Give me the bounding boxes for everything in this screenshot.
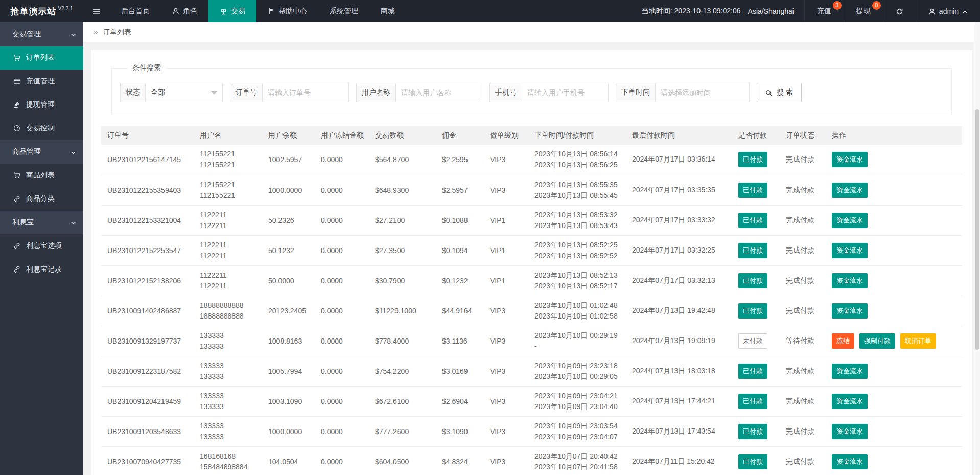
- top-menu-item[interactable]: 商城: [369, 0, 406, 22]
- cell-frozen: 0.0000: [315, 145, 369, 175]
- cell-frozen: 0.0000: [315, 175, 369, 205]
- cell-order-pay-time: 2023年10月09日 23:03:542023年10月09日 23:04:07: [528, 416, 626, 446]
- sidebar-item[interactable]: 提现管理: [0, 93, 83, 117]
- row-action-button[interactable]: 取消订单: [900, 333, 936, 349]
- cell-balance: 20123.2405: [262, 296, 315, 326]
- sidebar-group-header[interactable]: 商品管理: [0, 140, 83, 164]
- cell-commission: $2.6904: [436, 386, 484, 416]
- sidebar-item-label: 商品列表: [26, 171, 55, 180]
- sidebar-item[interactable]: 商品分类: [0, 187, 83, 211]
- cell-level: VIP3: [484, 296, 528, 326]
- sidebar-item-label: 交易控制: [26, 124, 55, 133]
- cell-order-no: UB2310091204219459: [101, 386, 194, 416]
- column-header: 最后付款时间: [626, 126, 732, 145]
- cell-status: 完成付款: [780, 175, 826, 205]
- table-row: UB2310122153321004 11222111122211 50.232…: [101, 205, 962, 235]
- order-no-input[interactable]: [262, 83, 349, 102]
- search-button[interactable]: 搜 索: [757, 83, 802, 102]
- row-action-button[interactable]: 资金流水: [832, 273, 868, 288]
- local-time: 当地时间: 2023-10-13 09:02:06 Asia/Shanghai: [632, 0, 804, 22]
- row-action-button[interactable]: 资金流水: [832, 243, 868, 258]
- row-action-button[interactable]: 资金流水: [832, 303, 868, 319]
- search-panel-legend: 条件搜索: [127, 63, 166, 73]
- row-action-button[interactable]: 资金流水: [832, 424, 868, 439]
- row-action-button[interactable]: 资金流水: [832, 364, 868, 379]
- refresh-button[interactable]: [883, 0, 916, 22]
- sidebar-group-header[interactable]: 利息宝: [0, 211, 83, 234]
- top-menu-item[interactable]: 帮助中心: [256, 0, 318, 22]
- search-button-label: 搜 索: [777, 88, 793, 97]
- status-field: 状态 全部: [120, 83, 223, 102]
- sidebar-item[interactable]: 交易控制: [0, 117, 83, 140]
- cell-paid: 已付款: [732, 175, 780, 205]
- top-menu-item[interactable]: 角色: [161, 0, 208, 22]
- sidebar-item[interactable]: 商品列表: [0, 164, 83, 187]
- cell-status: 完成付款: [780, 416, 826, 446]
- cell-last-pay-time: 2024年07月17日 03:32:25: [626, 235, 732, 265]
- shortcut-button[interactable]: 充值 3: [804, 0, 844, 22]
- paid-badge: 已付款: [738, 243, 767, 258]
- cell-balance: 1000.0000: [262, 175, 315, 205]
- row-action-button[interactable]: 强制付款: [859, 333, 895, 349]
- row-action-button[interactable]: 资金流水: [832, 152, 868, 167]
- cell-status: 完成付款: [780, 265, 826, 296]
- sidebar-group-items: 利息宝选项 利息宝记录: [0, 234, 83, 281]
- cell-order-pay-time: 2023年10月10日 00:29:19-: [528, 326, 626, 356]
- cell-amount: $27.2100: [369, 205, 436, 235]
- row-action-button[interactable]: 资金流水: [832, 394, 868, 409]
- cell-username: 133333133333: [194, 386, 262, 416]
- row-action-button[interactable]: 冻结: [832, 333, 854, 349]
- cell-username: 11222111122211: [194, 205, 262, 235]
- column-header: 佣金: [436, 126, 484, 145]
- shortcut-button[interactable]: 提现 0: [844, 0, 883, 22]
- order-time-input[interactable]: [655, 83, 750, 102]
- phone-input[interactable]: [522, 83, 609, 102]
- cell-order-pay-time: 2023年10月10日 01:02:482023年10月10日 01:02:58: [528, 296, 626, 326]
- cell-paid: 已付款: [732, 416, 780, 446]
- app-title: 抢单演示站: [11, 6, 57, 17]
- cell-order-no: UB2310122152138206: [101, 265, 194, 296]
- content-panel: 条件搜索 状态 全部 订单号 用户名称: [91, 50, 972, 475]
- username-input[interactable]: [395, 83, 482, 102]
- top-menu-item[interactable]: 交易: [208, 0, 256, 22]
- top-menu-item-label: 角色: [183, 7, 197, 16]
- sidebar-item[interactable]: 充值管理: [0, 70, 83, 93]
- top-menu-item-icon: [268, 8, 275, 15]
- cell-frozen: 0.0000: [315, 296, 369, 326]
- top-menu-item[interactable]: 系统管理: [318, 0, 369, 22]
- cell-commission: $0.1088: [436, 205, 484, 235]
- paid-badge: 已付款: [738, 303, 767, 319]
- cell-order-no: UB2310122153321004: [101, 205, 194, 235]
- sidebar-item-label: 利息宝选项: [26, 241, 62, 251]
- cell-order-no: UB2310091329197737: [101, 326, 194, 356]
- sidebar-toggle-button[interactable]: [83, 0, 110, 22]
- cell-status: 完成付款: [780, 386, 826, 416]
- sidebar-item-icon: [12, 195, 21, 202]
- user-menu[interactable]: admin: [916, 0, 980, 22]
- shortcut-label: 提现: [856, 7, 871, 15]
- username-label: 用户名称: [356, 83, 395, 102]
- cell-status: 完成付款: [780, 205, 826, 235]
- sidebar-item[interactable]: 利息宝记录: [0, 258, 83, 281]
- column-header: 用户冻结金额: [315, 126, 369, 145]
- sidebar-item[interactable]: 利息宝选项: [0, 234, 83, 258]
- cell-last-pay-time: 2024年07月17日 03:35:35: [626, 175, 732, 205]
- cell-order-no: UB2310122152253547: [101, 235, 194, 265]
- status-select[interactable]: 全部: [145, 83, 223, 102]
- breadcrumb: 订单列表: [83, 22, 980, 42]
- row-action-button[interactable]: 资金流水: [832, 454, 868, 469]
- notification-badge: 3: [833, 1, 842, 10]
- table-row: UB2310122155359403 112155221112155221 10…: [101, 175, 962, 205]
- sidebar-group-header[interactable]: 交易管理: [0, 22, 83, 46]
- cell-frozen: 0.0000: [315, 416, 369, 446]
- top-menu-item-icon: [220, 8, 227, 15]
- row-action-button[interactable]: 资金流水: [832, 213, 868, 228]
- table-row: UB2310122156147145 112155221112155221 10…: [101, 145, 962, 175]
- cell-paid: 已付款: [732, 386, 780, 416]
- sidebar-item[interactable]: 订单列表: [0, 46, 83, 70]
- row-action-button[interactable]: 资金流水: [832, 183, 868, 198]
- scrollbar-thumb[interactable]: [975, 109, 979, 350]
- cell-order-no: UB2310070940427735: [101, 446, 194, 475]
- column-header: 订单号: [101, 126, 194, 145]
- top-menu-item[interactable]: 后台首页: [110, 0, 161, 22]
